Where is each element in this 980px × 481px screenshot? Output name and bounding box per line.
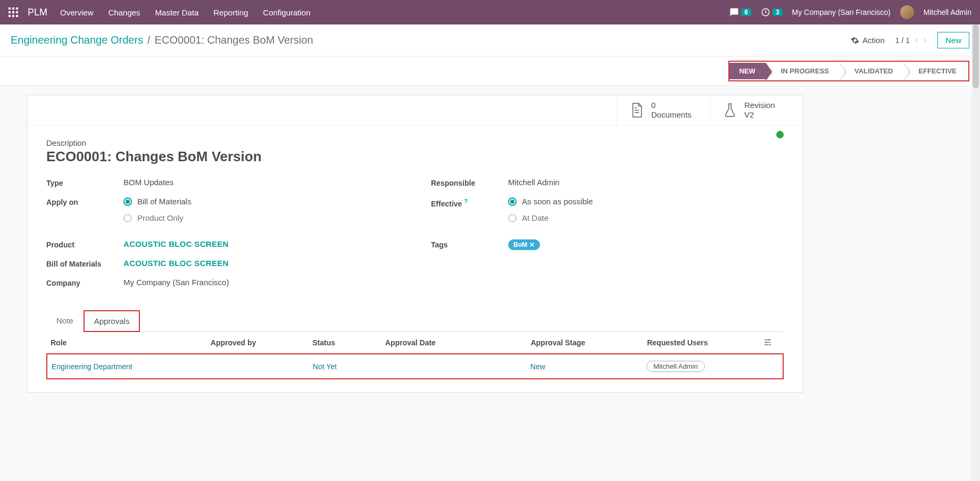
- tags-field[interactable]: BoM ✕: [508, 239, 784, 250]
- bom-value[interactable]: ACOUSTIC BLOC SCREEN: [123, 259, 399, 268]
- record-title[interactable]: ECO0001: Changes BoM Version: [46, 148, 784, 165]
- kanban-state-dot[interactable]: [776, 131, 784, 138]
- user-menu[interactable]: Mitchell Admin: [924, 8, 971, 16]
- description-label: Description: [46, 138, 784, 147]
- effective-asap-option[interactable]: As soon as possible: [508, 197, 784, 206]
- chat-icon: [729, 7, 739, 17]
- header-status: Status: [312, 338, 385, 347]
- type-value[interactable]: BOM Updates: [123, 178, 399, 187]
- table-row[interactable]: Engineering Department Not Yet New Mitch…: [46, 353, 784, 379]
- apply-on-label: Apply on: [46, 197, 123, 206]
- svg-rect-5: [16, 11, 18, 13]
- form-right-column: Responsible Mitchell Admin Effective ? A…: [431, 178, 784, 297]
- control-bar: Engineering Change Orders / ECO0001: Cha…: [0, 24, 980, 56]
- messages-button[interactable]: 6: [729, 7, 751, 17]
- help-icon[interactable]: ?: [464, 198, 468, 204]
- documents-label: Documents: [651, 110, 692, 120]
- table-header: Role Approved by Status Approval Date Ap…: [46, 332, 784, 354]
- svg-point-10: [769, 344, 771, 346]
- responsible-value[interactable]: Mitchell Admin: [508, 178, 784, 187]
- pager-next[interactable]: ›: [924, 35, 927, 46]
- responsible-label: Responsible: [431, 178, 508, 187]
- svg-rect-2: [16, 7, 18, 10]
- bom-label: Bill of Materials: [46, 259, 123, 268]
- header-role: Role: [51, 338, 211, 347]
- breadcrumb-root[interactable]: Engineering Change Orders: [11, 34, 143, 46]
- cell-role[interactable]: Engineering Department: [52, 362, 211, 371]
- effective-atdate-option[interactable]: At Date: [508, 213, 784, 222]
- activities-button[interactable]: 3: [761, 7, 783, 17]
- company-label: Company: [46, 278, 123, 287]
- action-label: Action: [862, 36, 885, 45]
- product-label: Product: [46, 239, 123, 249]
- radio-icon: [123, 197, 132, 206]
- svg-point-11: [766, 342, 767, 343]
- svg-rect-0: [9, 7, 11, 10]
- form-sheet: 0 Documents Revision V2 Description ECO0…: [27, 95, 803, 393]
- columns-config-icon[interactable]: [763, 338, 779, 347]
- header-approval-date: Approval Date: [385, 338, 530, 347]
- product-value[interactable]: ACOUSTIC BLOC SCREEN: [123, 239, 399, 248]
- revision-label: Revision: [744, 101, 775, 110]
- nav-reporting[interactable]: Reporting: [213, 8, 248, 17]
- pager-prev[interactable]: ‹: [915, 35, 918, 46]
- cell-requested-users[interactable]: Mitchell Admin: [646, 361, 762, 372]
- apps-icon[interactable]: [9, 7, 18, 17]
- file-icon: [630, 102, 644, 118]
- clock-icon: [761, 7, 770, 17]
- documents-count: 0: [651, 101, 692, 110]
- form-left-column: Type BOM Updates Apply on Bill of Materi…: [46, 178, 399, 297]
- svg-rect-8: [16, 15, 18, 17]
- approvals-table: Role Approved by Status Approval Date Ap…: [46, 332, 784, 379]
- tag-remove-icon[interactable]: ✕: [529, 241, 535, 248]
- stage-validated[interactable]: VALIDATED: [840, 63, 903, 79]
- scrollbar[interactable]: [971, 24, 980, 401]
- svg-point-12: [768, 339, 770, 341]
- pager-value[interactable]: 1 / 1: [895, 36, 910, 45]
- stage-effective[interactable]: EFFECTIVE: [903, 63, 967, 79]
- flask-icon: [723, 102, 737, 118]
- effective-label: Effective ?: [431, 197, 508, 208]
- nav-overview[interactable]: Overview: [60, 8, 94, 17]
- apply-on-product-option[interactable]: Product Only: [123, 213, 399, 222]
- nav-changes[interactable]: Changes: [109, 8, 140, 17]
- cell-approval-stage[interactable]: New: [530, 362, 646, 371]
- cell-status[interactable]: Not Yet: [313, 362, 385, 371]
- nav-configuration[interactable]: Configuration: [263, 8, 310, 17]
- app-brand[interactable]: PLM: [28, 7, 47, 18]
- stat-revision[interactable]: Revision V2: [710, 95, 803, 125]
- statusbar-row: NEW IN PROGRESS VALIDATED EFFECTIVE: [0, 56, 980, 86]
- stage-new[interactable]: NEW: [729, 63, 766, 79]
- svg-rect-4: [12, 11, 14, 13]
- nav-master-data[interactable]: Master Data: [155, 8, 199, 17]
- avatar[interactable]: [900, 5, 914, 19]
- tab-approvals[interactable]: Approvals: [84, 310, 140, 332]
- apply-on-bom-option[interactable]: Bill of Materials: [123, 197, 399, 206]
- user-chip[interactable]: Mitchell Admin: [646, 361, 705, 372]
- tab-note[interactable]: Note: [46, 310, 84, 332]
- header-approved-by: Approved by: [211, 338, 312, 347]
- svg-rect-6: [9, 15, 11, 17]
- radio-icon: [508, 197, 517, 206]
- activities-badge: 3: [773, 9, 783, 16]
- tabs: Note Approvals Role Approved by Status A…: [46, 310, 784, 379]
- svg-rect-7: [12, 15, 14, 17]
- new-button[interactable]: New: [937, 32, 969, 48]
- revision-value: V2: [744, 110, 775, 120]
- breadcrumb-current: ECO0001: Changes BoM Version: [155, 34, 313, 46]
- header-approval-stage: Approval Stage: [530, 338, 647, 347]
- statusbar: NEW IN PROGRESS VALIDATED EFFECTIVE: [728, 61, 969, 81]
- header-requested-users: Requested Users: [647, 338, 763, 347]
- type-label: Type: [46, 178, 123, 187]
- stat-documents[interactable]: 0 Documents: [617, 95, 710, 125]
- company-selector[interactable]: My Company (San Francisco): [792, 8, 891, 16]
- radio-icon: [123, 214, 132, 222]
- breadcrumb: Engineering Change Orders / ECO0001: Cha…: [11, 34, 313, 46]
- action-button[interactable]: Action: [851, 36, 885, 45]
- stage-in-progress[interactable]: IN PROGRESS: [766, 63, 840, 79]
- tag-bom[interactable]: BoM ✕: [508, 239, 540, 250]
- nav-links: Overview Changes Master Data Reporting C…: [60, 8, 311, 17]
- svg-rect-3: [9, 11, 11, 13]
- svg-rect-1: [12, 7, 14, 10]
- company-value[interactable]: My Company (San Francisco): [123, 278, 399, 287]
